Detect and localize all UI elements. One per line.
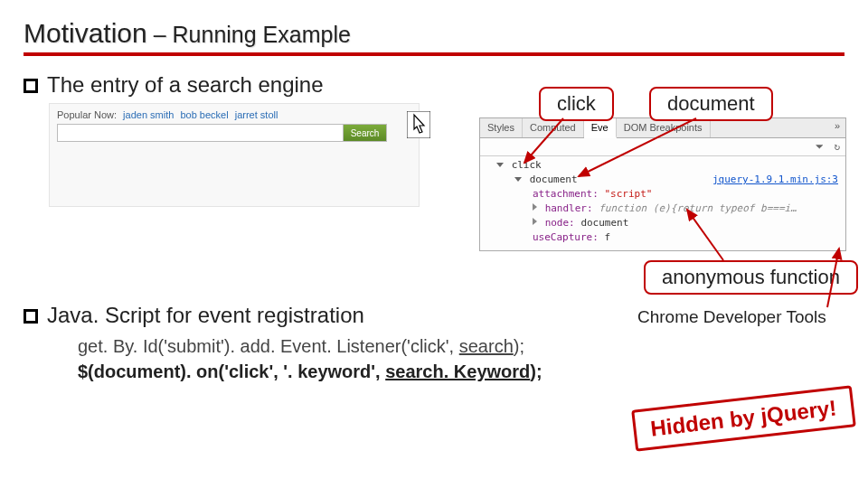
tree-handler-row: handler: function (e){return typeof b===… [484,202,842,216]
callout-text: document [667,92,755,115]
stamp-text: Hidden by jQuery! [649,395,837,440]
devtools-toolbar: ⏷ ↻ [480,138,845,156]
chevron-right-icon [533,203,537,211]
code-text: ); [514,336,524,356]
popular-link[interactable]: jaden smith [123,109,174,120]
callout-anonymous-fn: anonymous function [644,260,858,295]
devtools-tab-events[interactable]: Eve [584,118,617,138]
code-fn-name: search. Keyword [385,361,530,381]
devtools-tabs-overflow-icon[interactable]: » [829,118,845,137]
devtools-caption: Chrome Developer Tools [637,307,826,327]
popular-link[interactable]: jarret stoll [235,109,278,120]
callout-document: document [649,87,773,121]
devtools-panel: Styles Computed Eve DOM Breakpoints » ⏷ … [479,117,846,251]
slide-title-main: Motivation [24,18,147,48]
code-fn-name: search [459,336,514,356]
search-button[interactable]: Search [343,125,386,141]
tree-node-row: node: document [484,216,842,230]
funnel-icon[interactable]: ⏷ [815,141,825,153]
search-control: Search [57,124,387,142]
code-text: ); [530,361,542,381]
prop-key: attachment: [533,188,599,200]
prop-val-fn: function (e){return typeof b===i… [599,202,797,214]
bullet-square-icon [24,79,38,93]
slide-title-sub: – Running Example [147,22,351,47]
chevron-down-icon [514,177,522,182]
pointer-cursor-icon [407,111,430,138]
bullet-entry-text: The entry of a search engine [47,72,324,98]
chevron-down-icon [496,163,504,167]
devtools-tabbar: Styles Computed Eve DOM Breakpoints » [480,118,845,138]
tree-attachment-row: attachment: "script" [484,187,842,202]
tree-usecapture-row: useCapture: f [484,230,842,245]
chevron-right-icon [533,218,537,225]
hidden-by-jquery-stamp: Hidden by jQuery! [631,385,855,451]
prop-key: useCapture: [533,231,599,243]
code-text: $(document). on('click', '. keyword', [78,361,385,381]
popular-now-row: Popular Now: jaden smith bob beckel jarr… [57,109,411,120]
tree-click-label: click [512,159,542,171]
callout-text: anonymous function [662,266,840,288]
bullet-js-text: Java. Script for event registration [47,303,364,328]
prop-val: "script" [604,188,652,200]
tree-document-row[interactable]: document jquery-1.9.1.min.js:3 [484,173,842,187]
devtools-tab-dombreak[interactable]: DOM Breakpoints [617,118,711,137]
bullet-square-icon [24,309,38,324]
code-line-2: $(document). on('click', '. keyword', se… [78,359,844,384]
refresh-icon[interactable]: ↻ [834,141,840,153]
devtools-tab-computed[interactable]: Computed [523,118,584,137]
callout-text: click [557,92,596,115]
search-engine-panel: Popular Now: jaden smith bob beckel jarr… [49,103,420,207]
search-input[interactable] [58,125,343,141]
prop-key: node: [545,217,575,229]
code-line-1: get. By. Id('submit'). add. Event. Liste… [78,333,844,359]
jquery-source-link[interactable]: jquery-1.9.1.min.js:3 [712,173,838,187]
tree-document-label: document [530,174,578,185]
code-text: get. By. Id('submit'). add. Event. Liste… [78,336,459,356]
code-block: get. By. Id('submit'). add. Event. Liste… [78,333,844,384]
caption-text: Chrome Developer Tools [637,307,826,326]
devtools-event-tree: click document jquery-1.9.1.min.js:3 att… [480,156,845,250]
popular-now-label: Popular Now: [57,109,117,120]
tree-click-row[interactable]: click [484,158,842,173]
popular-link[interactable]: bob beckel [180,109,228,120]
callout-click: click [539,87,614,121]
prop-key: handler: [545,202,593,214]
prop-val: f [604,231,610,243]
prop-val: document [580,217,628,229]
devtools-tab-styles[interactable]: Styles [480,118,523,137]
